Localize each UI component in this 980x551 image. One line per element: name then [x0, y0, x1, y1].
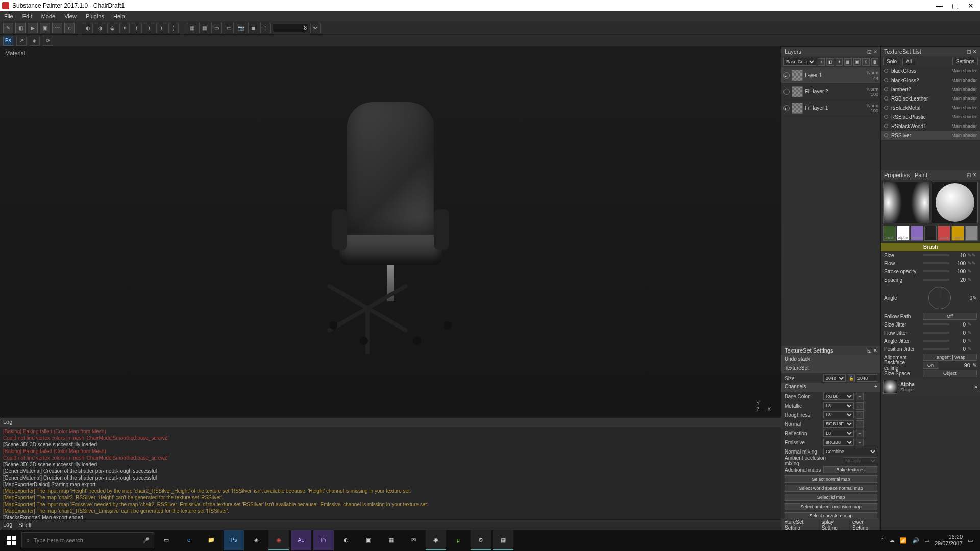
- tool-eraser-icon[interactable]: ◧: [15, 23, 26, 33]
- normal-mixing-select[interactable]: Combine: [823, 448, 877, 455]
- sizej-slider[interactable]: [923, 323, 949, 325]
- start-button[interactable]: [3, 532, 19, 548]
- layer-visibility-icon[interactable]: [783, 72, 790, 79]
- log-tab-log[interactable]: Log: [3, 521, 12, 528]
- tool-sym2-icon[interactable]: ): [144, 23, 154, 33]
- map-select-button[interactable]: Select curvature map: [785, 512, 877, 519]
- flow-pen-icon[interactable]: ✎✎: [968, 261, 977, 266]
- angle-pen-icon[interactable]: ✎: [972, 295, 977, 302]
- menu-edit[interactable]: Edit: [22, 13, 32, 19]
- swatch-alpha[interactable]: alpha: [897, 226, 910, 241]
- channel-remove-icon[interactable]: −: [856, 430, 864, 437]
- tray-lang-icon[interactable]: ▭: [924, 537, 929, 544]
- channel-remove-icon[interactable]: −: [856, 393, 864, 400]
- log-body[interactable]: [Baking] Baking failed (Color Map from M…: [0, 427, 781, 519]
- menu-mode[interactable]: Mode: [41, 13, 56, 19]
- size-lock-icon[interactable]: 🔒: [848, 374, 855, 382]
- menu-plugins[interactable]: Plugins: [86, 13, 104, 19]
- menu-help[interactable]: Help: [113, 13, 125, 19]
- ps-export-icon[interactable]: Ps: [3, 36, 13, 46]
- chrome-icon[interactable]: ◉: [426, 530, 446, 550]
- export-icon[interactable]: ↗: [16, 36, 27, 46]
- texset-item[interactable]: lambert2Main shader: [881, 85, 980, 94]
- texset-undock-icon[interactable]: ◱ ✕: [867, 348, 877, 353]
- tool-sym4-icon[interactable]: ): [168, 23, 179, 33]
- texset-visibility-icon[interactable]: [884, 106, 888, 110]
- aftereffects-icon[interactable]: Ae: [291, 530, 311, 550]
- ao-mixing-select[interactable]: Multiply: [843, 457, 877, 464]
- angle-wheel[interactable]: [928, 287, 951, 309]
- layer-row[interactable]: Fill layer 1Norm100: [781, 100, 880, 116]
- texset-visibility-icon[interactable]: [884, 115, 888, 119]
- channel-format-select[interactable]: RGB16F: [823, 420, 854, 428]
- tool-sep1-icon[interactable]: ◐: [83, 23, 93, 33]
- layer-add-icon[interactable]: +: [818, 58, 825, 66]
- solo-button[interactable]: Solo: [883, 58, 900, 65]
- size-pen-icon[interactable]: ✎✎: [968, 253, 977, 258]
- flowj-slider[interactable]: [923, 332, 949, 334]
- channel-remove-icon[interactable]: −: [856, 439, 864, 446]
- taskbar-clock[interactable]: 16:2029/07/2017: [935, 534, 963, 547]
- tool-smudge-icon[interactable]: 〰: [52, 23, 62, 33]
- store-icon[interactable]: ▣: [358, 530, 379, 550]
- bake-textures-button[interactable]: Bake textures: [823, 466, 877, 473]
- log-tab-shelf[interactable]: Shelf: [18, 522, 31, 528]
- tray-up-icon[interactable]: ˄: [881, 537, 884, 544]
- tsl-undock-icon[interactable]: ◱ ✕: [967, 49, 977, 54]
- tray-wifi-icon[interactable]: 📶: [900, 537, 907, 544]
- settings-button[interactable]: Settings: [952, 58, 978, 65]
- tool-sym1-icon[interactable]: (: [132, 23, 142, 33]
- layer-copy-icon[interactable]: ⎘: [862, 58, 869, 66]
- channel-add-icon[interactable]: +: [874, 384, 877, 391]
- swatch-metal[interactable]: metal: [951, 226, 964, 241]
- swatch-color[interactable]: color: [938, 226, 950, 241]
- flow-slider[interactable]: [923, 262, 949, 264]
- channel-remove-icon[interactable]: −: [856, 420, 864, 428]
- opacity-slider[interactable]: [923, 270, 949, 272]
- taskview-icon[interactable]: ▭: [156, 530, 177, 550]
- menu-file[interactable]: File: [4, 13, 13, 19]
- tray-volume-icon[interactable]: 🔊: [912, 537, 919, 544]
- alignment-select[interactable]: Tangent | Wrap: [923, 354, 977, 361]
- mic-icon[interactable]: 🎤: [142, 537, 150, 544]
- photoshop-icon[interactable]: Ps: [224, 530, 244, 550]
- viewport-3d[interactable]: Material Y Z⎯⎯ X: [0, 47, 781, 417]
- taskbar-search[interactable]: ○Type here to search🎤: [21, 532, 154, 548]
- map-select-button[interactable]: Select id map: [785, 494, 877, 501]
- brush-size-input[interactable]: [273, 24, 308, 32]
- texset-item[interactable]: blackGlossMain shader: [881, 66, 980, 76]
- explorer-icon[interactable]: 📁: [201, 530, 222, 550]
- persp-icon[interactable]: ▦: [187, 23, 197, 33]
- texset-item[interactable]: RSBlackPlasticMain shader: [881, 112, 980, 121]
- texset-visibility-icon[interactable]: [884, 78, 888, 82]
- settings-icon[interactable]: ⚙: [471, 530, 491, 550]
- texset-visibility-icon[interactable]: [884, 69, 888, 73]
- tray-cloud-icon[interactable]: ☁: [889, 537, 895, 544]
- sizespace-select[interactable]: Object: [923, 370, 977, 377]
- substance-painter-icon[interactable]: ◉: [268, 530, 289, 550]
- all-button[interactable]: All: [902, 58, 915, 65]
- texset-item[interactable]: RSBlackLeatherMain shader: [881, 94, 980, 103]
- layer-visibility-icon[interactable]: [783, 105, 790, 111]
- utorrent-icon[interactable]: μ: [448, 530, 469, 550]
- layer-fill-icon[interactable]: ▦: [844, 58, 851, 66]
- premiere-icon[interactable]: Pr: [313, 530, 334, 550]
- view1-icon[interactable]: ▭: [211, 23, 222, 33]
- maximize-button[interactable]: ▢: [952, 2, 959, 10]
- alpha-thumb[interactable]: [883, 380, 897, 394]
- spacing-slider[interactable]: [923, 279, 949, 281]
- calendar-icon[interactable]: ▦: [381, 530, 401, 550]
- channel-format-select[interactable]: L8: [823, 402, 854, 409]
- tool-fill-icon[interactable]: ▣: [40, 23, 50, 33]
- swatch-brush[interactable]: brush: [883, 226, 896, 241]
- tray-notifications-icon[interactable]: ▭: [968, 537, 973, 544]
- layer-visibility-icon[interactable]: [783, 89, 790, 95]
- layer-row[interactable]: Fill layer 2Norm100: [781, 84, 880, 100]
- channel-remove-icon[interactable]: −: [856, 411, 864, 419]
- brush-section-header[interactable]: Brush: [881, 243, 980, 251]
- anglej-slider[interactable]: [923, 340, 949, 342]
- link-icon[interactable]: ⫘: [310, 23, 321, 33]
- stop-icon[interactable]: ◼: [248, 23, 258, 33]
- texset-visibility-icon[interactable]: [884, 96, 888, 101]
- size-select[interactable]: 2048: [823, 374, 846, 382]
